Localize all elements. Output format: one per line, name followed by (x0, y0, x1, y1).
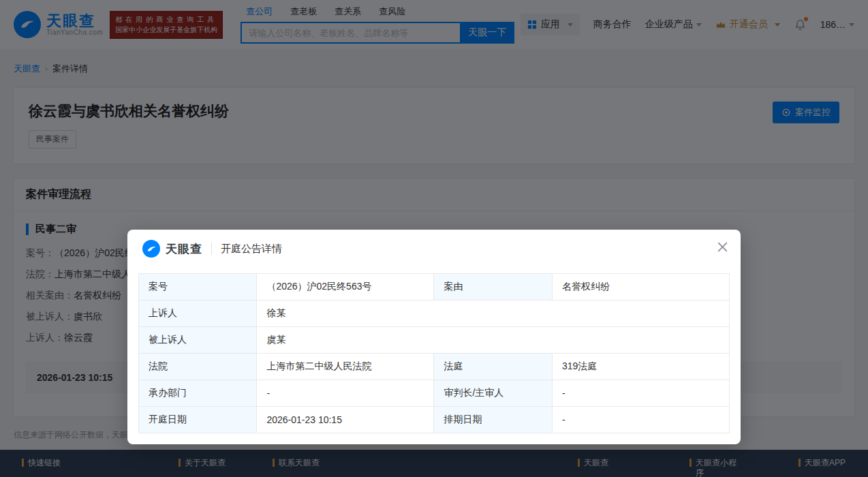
table-row: 被上诉人 虞某 (139, 327, 730, 354)
value-cause: 名誉权纠纷 (552, 274, 729, 301)
modal-close-button[interactable] (717, 241, 728, 253)
modal-header: 天眼查 开庭公告详情 (127, 230, 741, 268)
value-hearing-date: 2026-01-23 10:15 (257, 407, 434, 433)
label-appellee: 被上诉人 (139, 327, 257, 354)
label-chief-judge: 审判长/主审人 (434, 380, 552, 407)
label-appellant: 上诉人 (139, 301, 257, 327)
value-appellee: 虞某 (257, 327, 730, 354)
hearing-detail-modal: 天眼查 开庭公告详情 案号 （2026）沪02民终563号 案由 名誉权纠纷 上… (127, 230, 741, 444)
table-row: 上诉人 徐某 (139, 301, 730, 327)
table-row: 案号 （2026）沪02民终563号 案由 名誉权纠纷 (139, 274, 730, 301)
value-schedule-date: - (552, 407, 729, 433)
modal-logo-icon (142, 240, 160, 258)
table-row: 开庭日期 2026-01-23 10:15 排期日期 - (139, 407, 730, 433)
modal-title: 开庭公告详情 (221, 243, 282, 256)
value-chief-judge: - (552, 380, 729, 407)
label-department: 承办部门 (139, 380, 257, 407)
label-case-number: 案号 (139, 274, 257, 301)
modal-header-divider (211, 243, 212, 255)
label-hearing-date: 开庭日期 (139, 407, 257, 433)
value-department: - (257, 380, 434, 407)
label-cause: 案由 (434, 274, 552, 301)
hearing-detail-table: 案号 （2026）沪02民终563号 案由 名誉权纠纷 上诉人 徐某 被上诉人 … (138, 273, 730, 433)
value-court: 上海市第二中级人民法院 (257, 354, 434, 380)
value-case-number: （2026）沪02民终563号 (257, 274, 434, 301)
label-court: 法院 (139, 354, 257, 380)
modal-brand: 天眼查 (166, 241, 202, 257)
label-courtroom: 法庭 (434, 354, 552, 380)
table-row: 承办部门 - 审判长/主审人 - (139, 380, 730, 407)
label-schedule-date: 排期日期 (434, 407, 552, 433)
value-courtroom: 319法庭 (552, 354, 729, 380)
table-row: 法院 上海市第二中级人民法院 法庭 319法庭 (139, 354, 730, 380)
value-appellant: 徐某 (257, 301, 730, 327)
